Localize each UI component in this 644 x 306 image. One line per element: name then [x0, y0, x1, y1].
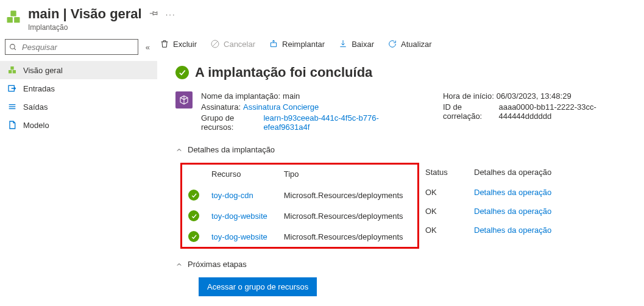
- deployment-meta: Nome da implantação: main Assinatura: As…: [175, 91, 632, 132]
- highlighted-region: Recurso Tipo toy-dog-cdn Microsoft.Resou…: [180, 163, 419, 249]
- status-banner: A implantação foi concluída: [175, 65, 632, 80]
- more-icon[interactable]: ···: [166, 10, 176, 19]
- resource-link[interactable]: toy-dog-website: [211, 232, 267, 241]
- main-content: Excluir Cancelar Reimplantar Baixar Atua…: [157, 32, 644, 306]
- go-to-resource-group-button[interactable]: Acessar o grupo de recursos: [199, 277, 317, 296]
- svg-rect-0: [7, 17, 13, 23]
- table-row: toy-dog-cdn Microsoft.Resources/deployme…: [182, 185, 417, 205]
- success-icon: [188, 190, 199, 201]
- next-steps-section: Próximas etapas Acessar o grupo de recur…: [175, 260, 632, 296]
- svg-point-3: [10, 44, 15, 49]
- sidebar-item-label: Entradas: [23, 84, 55, 93]
- refresh-icon: [387, 39, 397, 49]
- refresh-button[interactable]: Atualizar: [387, 39, 432, 49]
- page-title: main | Visão geral: [28, 6, 142, 22]
- table-row: toy-dog-website Microsoft.Resources/depl…: [182, 226, 417, 247]
- sidebar-item-label: Visão geral: [23, 66, 63, 75]
- deployment-small-icon: [7, 65, 17, 75]
- sidebar-item-outputs[interactable]: Saídas: [0, 98, 157, 116]
- chevron-up-icon: [175, 261, 183, 268]
- deployment-details-section: Detalhes da implantação Recurso Tipo: [175, 145, 632, 249]
- svg-rect-7: [10, 66, 13, 69]
- delete-button[interactable]: Excluir: [160, 39, 197, 49]
- start-time: 06/03/2023, 13:48:29: [497, 91, 571, 101]
- table-row: toy-dog-website Microsoft.Resources/depl…: [182, 205, 417, 226]
- table-header-row: Recurso Tipo: [182, 165, 417, 185]
- command-bar: Excluir Cancelar Reimplantar Baixar Atua…: [157, 37, 632, 57]
- redeploy-icon: [269, 39, 278, 49]
- page-subtitle: Implantação: [28, 23, 176, 32]
- sidebar-item-inputs[interactable]: Entradas: [0, 79, 157, 98]
- search-input[interactable]: [21, 42, 134, 52]
- cube-icon: [175, 91, 193, 109]
- table-row: OK Detalhes da operação: [419, 221, 632, 240]
- download-icon: [338, 39, 348, 49]
- deployment-name: main: [283, 91, 300, 101]
- table-row: OK Detalhes da operação: [419, 202, 632, 221]
- svg-rect-1: [14, 17, 19, 23]
- next-steps-toggle[interactable]: Próximas etapas: [175, 260, 632, 269]
- download-button[interactable]: Baixar: [338, 39, 374, 49]
- svg-rect-6: [13, 70, 16, 73]
- template-icon: [7, 120, 17, 130]
- operation-details-link[interactable]: Detalhes da operação: [474, 188, 551, 197]
- success-icon: [175, 66, 189, 79]
- sidebar-item-template[interactable]: Modelo: [0, 116, 157, 134]
- search-box[interactable]: [5, 39, 138, 55]
- subscription-link[interactable]: Assinatura Concierge: [243, 102, 319, 112]
- svg-rect-2: [10, 11, 16, 16]
- svg-rect-5: [9, 70, 12, 73]
- table-header-row: Status Detalhes da operação: [419, 163, 632, 183]
- trash-icon: [160, 39, 169, 49]
- sidebar-item-label: Saídas: [23, 102, 48, 112]
- inputs-icon: [7, 84, 17, 93]
- svg-line-4: [14, 48, 16, 50]
- operation-details-link[interactable]: Detalhes da operação: [474, 226, 551, 235]
- sidebar-item-overview[interactable]: Visão geral: [0, 61, 157, 79]
- cancel-icon: [210, 39, 220, 49]
- chevron-up-icon: [175, 146, 183, 154]
- resource-group-link[interactable]: learn-b93ceeab-441c-4f5c-b776-efeaf9631a…: [263, 113, 406, 132]
- deployment-icon: [5, 9, 22, 26]
- status-title: A implantação foi concluída: [195, 65, 372, 80]
- cancel-button: Cancelar: [210, 39, 255, 49]
- search-icon: [9, 43, 17, 51]
- sidebar: « Visão geral Entradas Saídas Modelo: [0, 32, 157, 306]
- deployment-details-table: Recurso Tipo toy-dog-cdn Microsoft.Resou…: [175, 163, 632, 249]
- success-icon: [188, 231, 199, 242]
- details-toggle[interactable]: Detalhes da implantação: [175, 145, 632, 154]
- success-icon: [188, 210, 199, 221]
- page-header: main | Visão geral ··· Implantação: [0, 0, 644, 32]
- redeploy-button[interactable]: Reimplantar: [269, 39, 325, 49]
- resource-link[interactable]: toy-dog-cdn: [211, 191, 253, 200]
- sidebar-item-label: Modelo: [23, 121, 49, 130]
- correlation-id: aaaa0000-bb11-2222-33cc-444444dddddd: [498, 102, 632, 121]
- operation-details-link[interactable]: Detalhes da operação: [474, 207, 551, 216]
- resource-link[interactable]: toy-dog-website: [211, 212, 267, 221]
- outputs-icon: [7, 102, 17, 112]
- svg-line-13: [213, 41, 218, 46]
- table-row: OK Detalhes da operação: [419, 183, 632, 202]
- collapse-sidebar-icon[interactable]: «: [143, 43, 152, 52]
- pin-icon[interactable]: [149, 9, 158, 20]
